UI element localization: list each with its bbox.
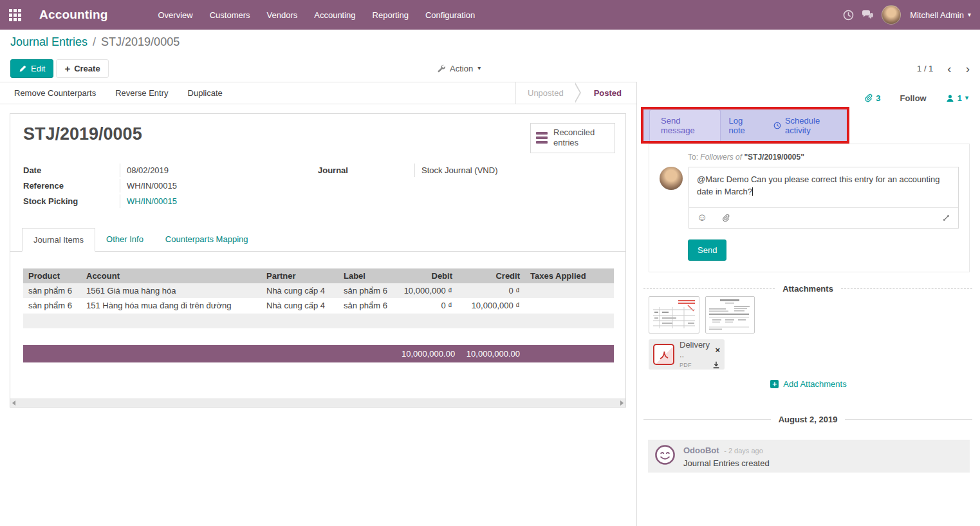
breadcrumb-current: STJ/2019/0005: [101, 35, 180, 49]
total-credit: 10,000,000.00: [458, 346, 525, 361]
reverse-entry-button[interactable]: Reverse Entry: [115, 88, 168, 98]
attachment-thumbnail[interactable]: [705, 296, 755, 333]
date-divider: August 2, 2019: [643, 415, 972, 424]
reference-label: Reference: [23, 179, 120, 191]
message-input-box: @Marc Demo Can you please correct this e…: [689, 167, 959, 229]
message-composer: To: Followers of "STJ/2019/0005" @Marc D…: [649, 144, 970, 272]
message-body: Journal Entries created: [683, 458, 770, 468]
state-chevron: [575, 82, 582, 104]
pdf-file-icon: [653, 344, 674, 365]
caret-down-icon: ▾: [965, 95, 968, 101]
form-view: Remove Counterparts Reverse Entry Duplic…: [0, 82, 637, 526]
clock-icon: [773, 121, 781, 130]
table-header-row: Product Account Partner Label Debit Cred…: [23, 268, 614, 283]
message-textarea[interactable]: @Marc Demo Can you please correct this e…: [689, 167, 958, 207]
odoo-window: Accounting Overview Customers Vendors Ac…: [0, 0, 980, 526]
reconciled-entries-button[interactable]: Reconciled entries: [530, 123, 615, 153]
stock-picking-link[interactable]: WH/IN/00015: [120, 194, 306, 208]
field-group: Date 08/02/2019 Reference WH/IN/00015 St…: [10, 144, 625, 210]
scroll-left-icon[interactable]: [12, 400, 15, 406]
menu-configuration[interactable]: Configuration: [419, 1, 481, 29]
expand-composer-icon[interactable]: [942, 214, 950, 222]
edit-button[interactable]: Edit: [10, 59, 53, 78]
table-row[interactable]: sản phẩm 6 151 Hàng hóa mua đang đi trên…: [23, 298, 614, 313]
activities-clock-icon[interactable]: [843, 10, 854, 21]
attachments-title: Attachments: [782, 284, 833, 294]
composer-toolbar: ☺: [689, 207, 958, 228]
tab-counterparts-mapping[interactable]: Counterparts Mapping: [154, 228, 259, 252]
message-author[interactable]: OdooBot: [683, 446, 719, 455]
journal-label: Journal: [318, 164, 414, 175]
attach-file-icon[interactable]: [721, 213, 730, 223]
odoobot-avatar: [654, 444, 676, 465]
state-posted[interactable]: Posted: [582, 88, 633, 98]
horizontal-scrollbar[interactable]: [10, 399, 625, 407]
send-message-tab[interactable]: Send message: [649, 109, 721, 141]
caret-down-icon: ▾: [477, 65, 481, 71]
scroll-right-icon[interactable]: [620, 400, 624, 406]
menu-overview[interactable]: Overview: [152, 1, 199, 29]
menu-vendors[interactable]: Vendors: [261, 1, 304, 29]
menu-customers[interactable]: Customers: [203, 1, 257, 29]
apps-menu-icon[interactable]: [9, 9, 21, 21]
composer-record-ref: "STJ/2019/0005": [744, 153, 804, 162]
journal-items-table: Product Account Partner Label Debit Cred…: [23, 268, 614, 328]
download-attachment-icon[interactable]: [712, 361, 720, 369]
delete-attachment-icon[interactable]: ×: [715, 346, 720, 354]
breadcrumb: Journal Entries / STJ/2019/0005: [0, 30, 980, 55]
pager-value: 1 / 1: [917, 64, 933, 73]
journal-value: Stock Journal (VND): [414, 164, 613, 177]
create-button[interactable]: + Create: [56, 59, 108, 78]
breadcrumb-journal-entries[interactable]: Journal Entries: [10, 35, 88, 49]
attachments-counter-button[interactable]: 3: [864, 93, 880, 103]
tab-journal-items[interactable]: Journal Items: [22, 228, 95, 252]
emoji-icon[interactable]: ☺: [697, 212, 707, 223]
messages-icon[interactable]: [862, 10, 874, 20]
total-debit: 10,000,000.00: [396, 346, 458, 361]
pager-previous-button[interactable]: ‹: [947, 62, 951, 75]
notebook-tabs: Journal Items Other Info Counterparts Ma…: [10, 228, 625, 252]
user-menu[interactable]: Mitchell Admin ▾: [910, 10, 971, 20]
chatter-tabs: Send message Log note Schedule activity: [649, 109, 847, 141]
tab-other-info[interactable]: Other Info: [95, 228, 154, 252]
attachment-thumbnail[interactable]: [649, 296, 699, 333]
schedule-activity-tab[interactable]: Schedule activity: [765, 110, 847, 141]
composer-recipients: To: Followers of "STJ/2019/0005": [688, 153, 959, 162]
pager: 1 / 1 ‹ ›: [917, 62, 970, 75]
send-button[interactable]: Send: [688, 240, 726, 261]
user-icon: [946, 94, 954, 102]
menu-reporting[interactable]: Reporting: [366, 1, 415, 29]
top-navbar: Accounting Overview Customers Vendors Ac…: [0, 0, 980, 30]
attachment-thumbnails: [649, 296, 755, 333]
user-avatar[interactable]: [882, 5, 901, 24]
message-timestamp: - 2 days ago: [724, 447, 763, 455]
chatter-panel: 3 Follow 1 ▾ Send message Log note Sched…: [637, 82, 980, 526]
state-widget: Unposted Posted: [515, 82, 633, 104]
add-icon: +: [770, 380, 779, 388]
menu-accounting[interactable]: Accounting: [308, 1, 362, 29]
attachments-section-divider: Attachments: [643, 284, 972, 294]
date-label: Date: [23, 164, 120, 175]
table-row[interactable]: sản phẩm 6 1561 Giá mua hàng hóa Nhà cun…: [23, 283, 614, 298]
follow-button[interactable]: Follow: [900, 93, 927, 103]
bars-icon: [536, 132, 548, 144]
reference-value: WH/IN/00015: [120, 179, 306, 193]
remove-counterparts-button[interactable]: Remove Counterparts: [14, 88, 96, 98]
duplicate-button[interactable]: Duplicate: [188, 88, 223, 98]
annotation-highlight-box: Send message Log note Schedule activity: [641, 107, 849, 144]
attachment-name: Delivery ..: [680, 340, 713, 359]
stock-picking-label: Stock Picking: [23, 194, 120, 206]
chatter-topbar: 3 Follow 1 ▾: [864, 93, 968, 103]
action-dropdown[interactable]: Action ▾: [436, 64, 481, 73]
caret-down-icon: ▾: [968, 12, 971, 18]
followers-button[interactable]: 1 ▾: [946, 93, 968, 103]
state-unposted[interactable]: Unposted: [516, 88, 575, 98]
add-attachments-button[interactable]: + Add Attachments: [637, 379, 980, 389]
log-note-tab[interactable]: Log note: [721, 110, 765, 141]
text-cursor: [752, 187, 753, 196]
pager-next-button[interactable]: ›: [966, 62, 970, 75]
control-panel: Edit + Create Action ▾ 1 / 1 ‹ ›: [0, 55, 980, 82]
attachment-card-pdf[interactable]: Delivery .. × PDF: [649, 339, 725, 370]
form-statusbar: Remove Counterparts Reverse Entry Duplic…: [0, 82, 636, 104]
app-title[interactable]: Accounting: [39, 8, 108, 22]
